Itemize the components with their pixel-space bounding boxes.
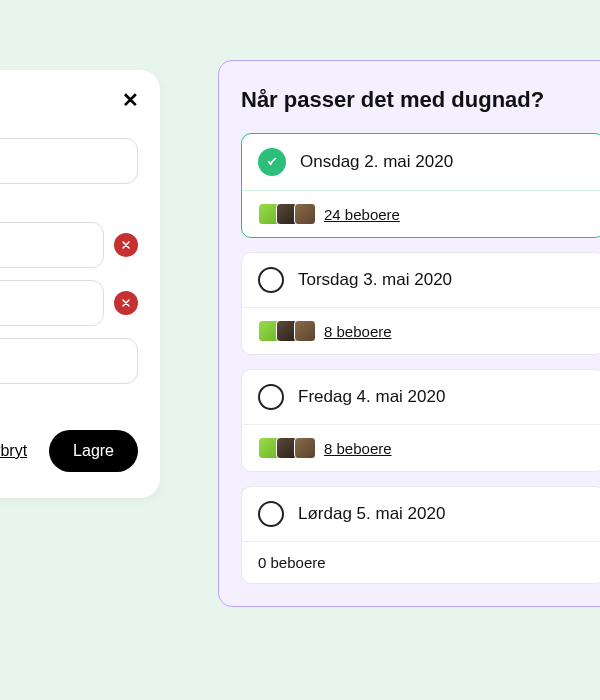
poll-panel: Når passer det med dugnad? Onsdag 2. mai… <box>218 60 600 607</box>
edit-fields <box>0 138 138 384</box>
radio-icon <box>258 267 284 293</box>
respondents-row: 8 beboere <box>242 425 600 471</box>
poll-option: Torsdag 3. mai 2020 8 beboere <box>241 252 600 355</box>
text-input[interactable] <box>0 280 104 326</box>
poll-option: Onsdag 2. mai 2020 24 beboere <box>241 133 600 238</box>
poll-option-row[interactable]: Onsdag 2. mai 2020 <box>242 134 600 191</box>
radio-icon <box>258 501 284 527</box>
poll-option: Lørdag 5. mai 2020 0 beboere <box>241 486 600 584</box>
respondent-count-link[interactable]: 8 beboere <box>324 440 392 457</box>
poll-option-label: Onsdag 2. mai 2020 <box>300 152 453 172</box>
field-row <box>0 222 138 268</box>
avatar <box>294 320 316 342</box>
avatar-stack <box>258 203 312 225</box>
poll-option-label: Fredag 4. mai 2020 <box>298 387 445 407</box>
delete-icon[interactable] <box>114 291 138 315</box>
poll-option-label: Lørdag 5. mai 2020 <box>298 504 445 524</box>
delete-icon[interactable] <box>114 233 138 257</box>
radio-icon <box>258 384 284 410</box>
text-input[interactable] <box>0 138 138 184</box>
respondents-row: 0 beboere <box>242 542 600 583</box>
field-row <box>0 338 138 384</box>
avatar-stack <box>258 437 312 459</box>
poll-option-row[interactable]: Fredag 4. mai 2020 <box>242 370 600 425</box>
poll-option-row[interactable]: Lørdag 5. mai 2020 <box>242 487 600 542</box>
avatar-stack <box>258 320 312 342</box>
poll-title: Når passer det med dugnad? <box>241 87 600 113</box>
field-row <box>0 138 138 184</box>
poll-options: Onsdag 2. mai 2020 24 beboere Torsdag 3.… <box>241 133 600 584</box>
respondent-count-link[interactable]: 8 beboere <box>324 323 392 340</box>
poll-option-row[interactable]: Torsdag 3. mai 2020 <box>242 253 600 308</box>
edit-panel: ✕ Avbryt Lagre <box>0 70 160 498</box>
close-icon[interactable]: ✕ <box>118 88 142 112</box>
poll-option: Fredag 4. mai 2020 8 beboere <box>241 369 600 472</box>
text-input[interactable] <box>0 338 138 384</box>
respondents-row: 24 beboere <box>242 191 600 237</box>
text-input[interactable] <box>0 222 104 268</box>
respondents-row: 8 beboere <box>242 308 600 354</box>
respondent-count: 0 beboere <box>258 554 326 571</box>
cancel-button[interactable]: Avbryt <box>0 442 27 460</box>
edit-actions: Avbryt Lagre <box>0 430 138 472</box>
avatar <box>294 203 316 225</box>
field-group <box>0 222 138 384</box>
save-button[interactable]: Lagre <box>49 430 138 472</box>
field-row <box>0 280 138 326</box>
avatar <box>294 437 316 459</box>
check-icon <box>258 148 286 176</box>
poll-option-label: Torsdag 3. mai 2020 <box>298 270 452 290</box>
respondent-count-link[interactable]: 24 beboere <box>324 206 400 223</box>
